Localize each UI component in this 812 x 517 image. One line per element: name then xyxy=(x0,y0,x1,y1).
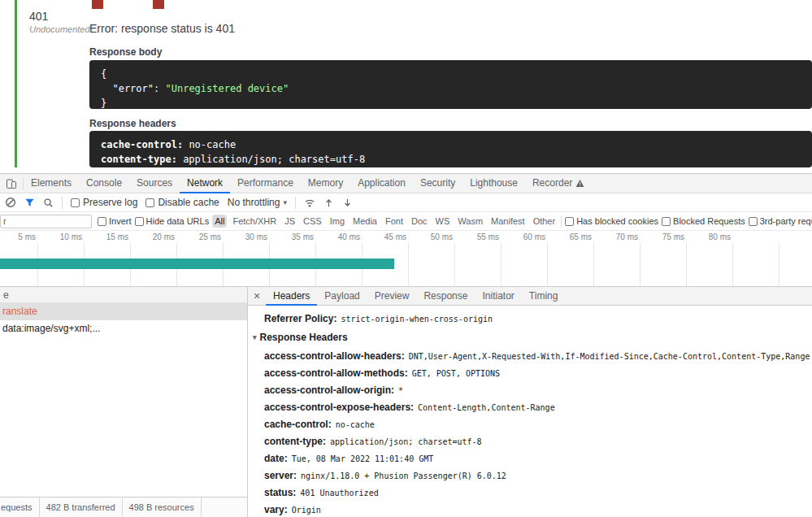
warning-icon xyxy=(575,179,584,188)
hide-data-urls-checkbox[interactable]: Hide data URLs xyxy=(135,216,210,226)
header-line: cache-control:no-cache xyxy=(248,415,812,432)
filter-type-fetch-xhr[interactable]: Fetch/XHR xyxy=(230,215,279,228)
filter-type-img[interactable]: Img xyxy=(328,215,347,228)
checkbox-label: 3rd-party requests xyxy=(760,216,812,226)
tab-headers[interactable]: Headers xyxy=(266,287,317,306)
header-name: cache-control: xyxy=(101,139,183,150)
tab-preview[interactable]: Preview xyxy=(367,287,417,306)
time-tick: 5 ms xyxy=(3,232,36,241)
checkbox[interactable] xyxy=(71,198,80,207)
response-headers-section[interactable]: ▾ Response Headers xyxy=(248,330,812,345)
tab-lighthouse[interactable]: Lighthouse xyxy=(462,174,525,193)
search-icon[interactable] xyxy=(43,198,54,208)
json-open-brace: { xyxy=(101,68,106,80)
has-blocked-cookies-checkbox[interactable]: Has blocked cookies xyxy=(565,216,658,226)
time-tick: 75 ms xyxy=(652,232,684,241)
column-header-label: e xyxy=(3,289,9,301)
tab-recorder[interactable]: Recorder xyxy=(525,174,592,193)
filter-type-doc[interactable]: Doc xyxy=(409,215,430,228)
header-line: access-control-allow-methods:GET, POST, … xyxy=(248,364,812,381)
header-name: access-control-allow-methods: xyxy=(264,367,408,379)
throttling-dropdown[interactable]: No throttling ▾ xyxy=(228,197,287,208)
tab-sources[interactable]: Sources xyxy=(129,174,180,193)
tab-payload[interactable]: Payload xyxy=(317,287,367,306)
checkbox[interactable] xyxy=(145,198,154,207)
tab-initiator[interactable]: Initiator xyxy=(475,287,521,306)
tab-label: Security xyxy=(420,174,455,193)
filter-type-font[interactable]: Font xyxy=(383,215,406,228)
header-line: access-control-allow-headers:DNT,User-Ag… xyxy=(248,347,812,364)
header-name: access-control-allow-headers: xyxy=(264,350,405,362)
headers-content: Referrer Policy:strict-origin-when-cross… xyxy=(248,306,812,517)
checkbox[interactable] xyxy=(565,217,574,226)
request-name: ranslate xyxy=(2,306,37,317)
invert-checkbox[interactable]: Invert xyxy=(98,216,132,226)
clear-icon[interactable] xyxy=(5,197,16,208)
filter-input[interactable] xyxy=(0,215,92,228)
tab-security[interactable]: Security xyxy=(413,174,462,193)
preserve-log-checkbox[interactable]: Preserve log xyxy=(71,197,137,208)
tab-elements[interactable]: Elements xyxy=(24,174,79,193)
tab-timing[interactable]: Timing xyxy=(522,287,566,306)
chevron-down-icon: ▾ xyxy=(283,198,287,206)
network-summary-bar: equests 482 B transferred 498 B resource… xyxy=(0,497,247,517)
header-line: vary:Origin xyxy=(248,501,812,517)
device-toolbar-icon[interactable] xyxy=(6,178,17,189)
checkbox[interactable] xyxy=(135,217,144,226)
request-row[interactable]: ranslate xyxy=(0,303,247,320)
name-column-header[interactable]: e xyxy=(0,287,247,303)
header-value: application/json; charset=utf-8 xyxy=(177,154,365,165)
checkbox[interactable] xyxy=(98,217,106,226)
json-error-value: "Unregistered device" xyxy=(165,83,289,94)
time-tick: 50 ms xyxy=(420,232,453,241)
tab-label: Elements xyxy=(31,174,72,193)
header-value: application/json; charset=utf-8 xyxy=(330,437,482,446)
network-overview-timeline[interactable]: 5 ms 10 ms 15 ms 20 ms 25 ms 30 ms 35 ms… xyxy=(0,231,812,287)
tab-network[interactable]: Network xyxy=(180,174,230,193)
tab-application[interactable]: Application xyxy=(350,174,413,193)
third-party-requests-checkbox[interactable]: 3rd-party requests xyxy=(749,216,812,226)
overview-activity-bar xyxy=(0,258,394,269)
header-name: vary: xyxy=(264,504,288,515)
network-toolbar: Preserve log Disable cache No throttling… xyxy=(0,193,812,212)
blocked-requests-checkbox[interactable]: Blocked Requests xyxy=(662,216,745,226)
checkbox[interactable] xyxy=(749,217,758,226)
request-row[interactable]: data:image/svg+xml;... xyxy=(0,320,247,337)
tab-performance[interactable]: Performance xyxy=(230,174,301,193)
close-icon[interactable]: × xyxy=(248,287,266,306)
time-tick: 30 ms xyxy=(235,232,267,241)
header-name: content-type: xyxy=(264,436,326,447)
header-value: Content-Length,Content-Range xyxy=(418,403,555,412)
header-value: Origin xyxy=(292,506,321,515)
checkbox[interactable] xyxy=(662,217,671,226)
filter-type-other[interactable]: Other xyxy=(531,215,558,228)
upload-arrow-icon[interactable] xyxy=(323,198,334,208)
filter-type-manifest[interactable]: Manifest xyxy=(489,215,528,228)
tab-label: Lighthouse xyxy=(470,174,518,193)
filter-type-js[interactable]: JS xyxy=(282,215,297,228)
checkbox-label: Has blocked cookies xyxy=(576,216,658,226)
header-name: access-control-expose-headers: xyxy=(264,402,414,413)
filter-type-all[interactable]: All xyxy=(212,215,227,228)
filter-type-wasm[interactable]: Wasm xyxy=(455,215,485,228)
download-arrow-icon[interactable] xyxy=(342,198,353,208)
overview-gridlines xyxy=(0,242,812,286)
time-tick: 55 ms xyxy=(467,232,499,241)
request-name: data:image/svg+xml;... xyxy=(2,323,100,334)
filter-type-ws[interactable]: WS xyxy=(433,215,453,228)
filter-funnel-icon[interactable] xyxy=(24,198,35,208)
tab-response[interactable]: Response xyxy=(416,287,475,306)
transferred-size: 482 B transferred xyxy=(40,497,123,517)
tab-memory[interactable]: Memory xyxy=(301,174,350,193)
tab-label: Sources xyxy=(137,174,172,193)
header-name: content-type: xyxy=(101,154,177,165)
filter-type-css[interactable]: CSS xyxy=(301,215,324,228)
disable-cache-checkbox[interactable]: Disable cache xyxy=(145,197,219,208)
header-value: GET, POST, OPTIONS xyxy=(412,369,500,378)
divider xyxy=(295,197,296,209)
network-conditions-icon[interactable] xyxy=(304,197,315,208)
filter-type-media[interactable]: Media xyxy=(350,215,380,228)
section-title: Response Headers xyxy=(260,330,348,345)
time-tick: 45 ms xyxy=(374,232,406,241)
tab-console[interactable]: Console xyxy=(79,174,129,193)
